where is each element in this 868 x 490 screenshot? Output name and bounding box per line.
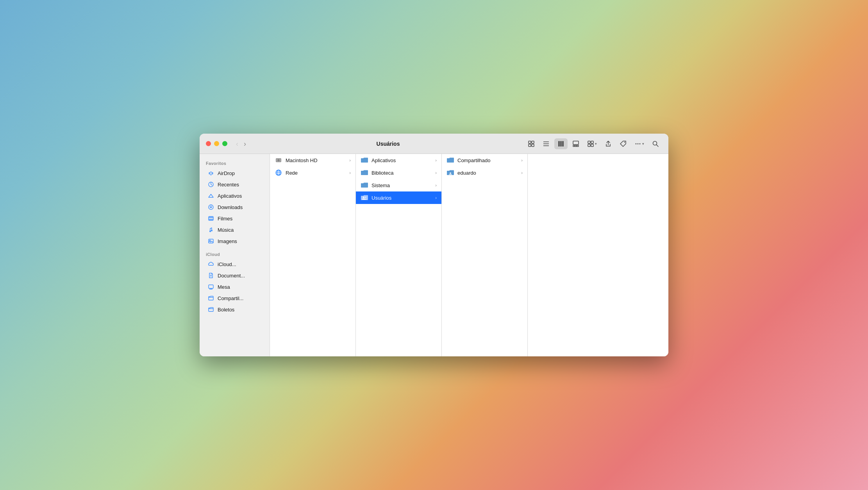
forward-button[interactable]: ›	[241, 139, 248, 148]
sidebar-item-recentes[interactable]: Recentes	[202, 179, 267, 190]
svg-point-50	[278, 160, 279, 161]
folder-usuarios-icon	[361, 194, 368, 202]
more-dropdown-arrow: ▾	[642, 142, 644, 146]
column-item-aplicativos[interactable]: Aplicativos ›	[356, 154, 441, 166]
more-button[interactable]: ▾	[631, 138, 647, 149]
search-button[interactable]	[649, 138, 662, 149]
chevron-icon: ›	[435, 195, 437, 200]
airdrop-icon	[207, 170, 214, 177]
column-item-biblioteca[interactable]: Biblioteca ›	[356, 166, 441, 179]
share-icon	[605, 140, 612, 147]
svg-rect-12	[575, 145, 577, 147]
sidebar-label-recentes: Recentes	[218, 182, 239, 188]
svg-point-40	[209, 240, 210, 241]
sidebar-item-compartilhado[interactable]: Compartil...	[202, 293, 267, 304]
shared-folder-icon	[207, 295, 214, 302]
sidebar-item-mesa[interactable]: Mesa	[202, 281, 267, 292]
sidebar-label-mesa: Mesa	[218, 284, 230, 290]
column-item-biblioteca-label: Biblioteca	[371, 170, 434, 176]
back-button[interactable]: ‹	[234, 139, 241, 148]
columns-area: Macintosh HD › Rede	[270, 154, 668, 356]
sidebar-label-icloud: iCloud...	[218, 261, 236, 267]
view-columns-button[interactable]	[554, 138, 568, 149]
sidebar-label-downloads: Downloads	[218, 204, 243, 210]
svg-point-21	[639, 143, 641, 144]
gallery-icon	[572, 140, 579, 147]
group-icon	[587, 140, 594, 147]
svg-rect-14	[588, 141, 590, 143]
column-item-sistema[interactable]: Sistema ›	[356, 179, 441, 191]
column-3: Compartilhado › eduardo ›	[442, 154, 528, 356]
folder-eduardo-icon	[447, 169, 454, 177]
tag-button[interactable]	[616, 138, 630, 149]
svg-rect-0	[529, 141, 531, 143]
downloads-icon	[207, 204, 214, 211]
chevron-icon: ›	[349, 158, 351, 163]
svg-rect-17	[591, 144, 593, 147]
chevron-icon: ›	[435, 183, 437, 188]
minimize-button[interactable]	[214, 141, 219, 146]
svg-point-37	[209, 231, 211, 232]
group-button[interactable]: ▾	[584, 138, 600, 149]
view-gallery-button[interactable]	[569, 138, 582, 149]
sidebar-label-imagens: Imagens	[218, 238, 237, 244]
sidebar-label-documents: Document...	[218, 273, 245, 279]
svg-rect-16	[588, 144, 590, 147]
list-icon	[543, 140, 550, 147]
svg-point-20	[638, 143, 639, 144]
sidebar-item-musica[interactable]: Música	[202, 224, 267, 235]
column-item-usuarios-label: Usuários	[371, 195, 434, 201]
sidebar-item-documents[interactable]: Document...	[202, 270, 267, 281]
column-item-sistema-label: Sistema	[371, 182, 434, 188]
grid-icon	[528, 140, 535, 147]
chevron-icon: ›	[521, 158, 523, 163]
close-button[interactable]	[206, 141, 211, 146]
column-2: Aplicativos › Biblioteca ›	[356, 154, 442, 356]
maximize-button[interactable]	[222, 141, 227, 146]
finder-window: ‹ › Usuários	[200, 134, 668, 356]
columns-icon	[557, 140, 564, 147]
sidebar-item-boletos[interactable]: Boletos	[202, 304, 267, 315]
column-4-preview	[528, 154, 668, 356]
column-item-rede[interactable]: Rede ›	[270, 166, 355, 179]
svg-rect-13	[577, 145, 579, 147]
sidebar-item-airdrop[interactable]: AirDrop	[202, 168, 267, 179]
sidebar-item-icloud[interactable]: iCloud...	[202, 259, 267, 270]
column-item-macintosh-hd-label: Macintosh HD	[286, 157, 348, 163]
svg-rect-15	[591, 141, 593, 143]
sidebar-label-boletos: Boletos	[218, 307, 234, 313]
column-item-compartilhado[interactable]: Compartilhado ›	[442, 154, 527, 166]
svg-point-38	[211, 230, 213, 231]
tag-icon	[620, 140, 627, 147]
svg-point-19	[636, 143, 637, 144]
svg-rect-8	[560, 141, 562, 147]
mesa-icon	[207, 283, 214, 290]
svg-line-23	[657, 145, 659, 147]
share-button[interactable]	[602, 138, 615, 149]
svg-point-18	[624, 141, 625, 142]
sidebar-item-aplicativos[interactable]: Aplicativos	[202, 190, 267, 201]
column-item-macintosh-hd[interactable]: Macintosh HD ›	[270, 154, 355, 166]
sidebar-item-downloads[interactable]: Downloads	[202, 202, 267, 213]
more-icon	[634, 140, 641, 147]
imagens-icon	[207, 238, 214, 245]
view-grid-button[interactable]	[525, 138, 538, 149]
sidebar-item-filmes[interactable]: Filmes	[202, 213, 267, 224]
svg-rect-10	[573, 141, 579, 145]
svg-rect-1	[532, 141, 534, 143]
folder-biblioteca-icon	[361, 169, 368, 177]
sidebar-label-compartilhado: Compartil...	[218, 295, 243, 301]
view-list-button[interactable]	[539, 138, 553, 149]
sidebar-item-imagens[interactable]: Imagens	[202, 236, 267, 247]
column-item-usuarios[interactable]: Usuários ›	[356, 191, 441, 204]
column-item-eduardo[interactable]: eduardo ›	[442, 166, 527, 179]
icloud-icon	[207, 261, 214, 268]
sidebar-label-filmes: Filmes	[218, 216, 232, 222]
chevron-icon: ›	[521, 170, 523, 175]
search-icon	[652, 140, 659, 147]
document-icon	[207, 272, 214, 279]
svg-rect-3	[532, 144, 534, 147]
folder-aplicativos-icon	[361, 156, 368, 164]
network-icon	[275, 169, 282, 177]
column-item-compartilhado-label: Compartilhado	[457, 157, 520, 163]
